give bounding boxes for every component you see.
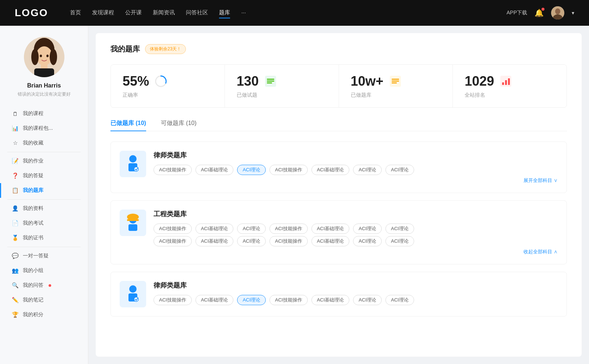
nav-home[interactable]: 首页 — [70, 8, 81, 18]
tag-3-5[interactable]: ACI基础理论 — [311, 295, 350, 305]
tag-2-5[interactable]: ACI基础理论 — [311, 224, 350, 234]
tag-3-3[interactable]: ACI理论 — [237, 295, 266, 305]
stat-done-banks-label: 已做题库 — [351, 92, 441, 99]
stats-row: 55% 正确率 130 — [110, 64, 567, 108]
stat-site-rank-label: 全站排名 — [465, 92, 555, 99]
page-header: 我的题库 体验剩余23天！ — [110, 44, 567, 54]
nav-more[interactable]: ··· — [241, 8, 246, 18]
sidebar-item-my-courses[interactable]: 🗒 我的课程 — [0, 106, 88, 121]
sidebar-item-points[interactable]: 🏆 我的积分 — [0, 307, 88, 322]
svg-rect-17 — [267, 82, 272, 83]
sidebar-item-homework[interactable]: 📝 我的作业 — [0, 154, 88, 168]
qbank-icon-lawyer-2 — [120, 281, 146, 307]
stat-done-questions-value: 130 — [237, 74, 259, 89]
tags-row-1: ACI技能操作 ACI基础理论 ACI理论 ACI技能操作 ACI基础理论 AC… — [154, 165, 558, 175]
tag-2-6[interactable]: ACI理论 — [353, 224, 382, 234]
tag-3-1[interactable]: ACI技能操作 — [154, 295, 192, 305]
tag-2b-1[interactable]: ACI技能操作 — [154, 236, 192, 246]
user-avatar[interactable] — [551, 6, 564, 19]
tag-3-2[interactable]: ACI基础理论 — [195, 295, 234, 305]
sidebar-item-exams[interactable]: 📄 我的考试 — [0, 216, 88, 231]
tag-2b-7[interactable]: ACI理论 — [385, 236, 414, 246]
sidebar-item-profile[interactable]: 👤 我的资料 — [0, 201, 88, 216]
tag-2b-3[interactable]: ACI理论 — [237, 236, 266, 246]
tag-2-2[interactable]: ACI基础理论 — [195, 224, 234, 234]
table-icon: 📋 — [12, 187, 18, 194]
tabs-row: 已做题库 (10) 可做题库 (10) — [110, 119, 567, 131]
collapse-btn-2[interactable]: 收起全部科目 ∧ — [154, 249, 558, 255]
sidebar-item-questionbank[interactable]: 📋 我的题库 — [0, 183, 88, 198]
tag-2-3[interactable]: ACI理论 — [237, 224, 266, 234]
tag-1-1[interactable]: ACI技能操作 — [154, 165, 192, 175]
svg-rect-9 — [34, 68, 54, 77]
sidebar-item-favorites[interactable]: ☆ 我的收藏 — [0, 136, 88, 150]
tag-2-4[interactable]: ACI技能操作 — [269, 224, 308, 234]
stat-accuracy: 55% 正确率 — [111, 65, 225, 107]
tag-2b-6[interactable]: ACI理论 — [353, 236, 382, 246]
tag-1-3[interactable]: ACI理论 — [237, 165, 266, 175]
sidebar-item-certificates[interactable]: 🏅 我的证书 — [0, 231, 88, 245]
sidebar-item-groups[interactable]: 👥 我的小组 — [0, 263, 88, 278]
group-icon: 👥 — [12, 267, 18, 274]
stat-done-questions-label: 已做试题 — [237, 92, 327, 99]
app-download-link[interactable]: APP下载 — [507, 10, 527, 16]
tag-1-2[interactable]: ACI基础理论 — [195, 165, 234, 175]
tag-1-5[interactable]: ACI基础理论 — [311, 165, 350, 175]
tab-available-banks[interactable]: 可做题库 (10) — [161, 119, 197, 131]
expand-btn-1[interactable]: 展开全部科目 ∨ — [154, 177, 558, 184]
sidebar-item-qa-answers[interactable]: ❓ 我的答疑 — [0, 168, 88, 183]
notification-bell[interactable]: 🔔 — [535, 8, 544, 17]
tag-2b-5[interactable]: ACI基础理论 — [311, 236, 350, 246]
nav-open-course[interactable]: 公开课 — [125, 8, 142, 18]
tag-2-1[interactable]: ACI技能操作 — [154, 224, 192, 234]
sidebar-divider-1 — [7, 152, 81, 152]
page-layout: Brian Harris 错误的决定比没有决定要好 🗒 我的课程 📊 我的课程包… — [0, 26, 589, 364]
nav-questionbank[interactable]: 题库 — [219, 8, 230, 18]
nav-qa[interactable]: 问答社区 — [186, 8, 208, 18]
tag-2b-2[interactable]: ACI基础理论 — [195, 236, 234, 246]
tag-2b-4[interactable]: ACI技能操作 — [269, 236, 308, 246]
tag-3-7[interactable]: ACI理论 — [385, 295, 414, 305]
chat-icon: 💬 — [12, 253, 18, 259]
nav-news[interactable]: 新闻资讯 — [153, 8, 175, 18]
svg-rect-19 — [392, 79, 399, 80]
nav-discover[interactable]: 发现课程 — [92, 8, 114, 18]
profile-motto: 错误的决定比没有决定要好 — [12, 91, 77, 97]
person-icon: 👤 — [12, 205, 18, 212]
svg-rect-20 — [392, 81, 399, 82]
tag-1-7[interactable]: ACI理论 — [385, 165, 414, 175]
qbank-icon-lawyer — [120, 151, 146, 177]
sidebar-menu: 🗒 我的课程 📊 我的课程包... ☆ 我的收藏 📝 我的作业 ❓ 我的答疑 � — [0, 106, 88, 322]
qbank-info-3: 律师类题库 ACI技能操作 ACI基础理论 ACI理论 ACI技能操作 ACI基… — [154, 281, 558, 307]
stat-accuracy-label: 正确率 — [123, 92, 213, 99]
stat-site-rank-value: 1029 — [465, 74, 494, 89]
tag-2-7[interactable]: ACI理论 — [385, 224, 414, 234]
svg-rect-15 — [267, 79, 274, 80]
cert-icon: 🏅 — [12, 235, 18, 241]
qbank-section-engineer: 工程类题库 ACI技能操作 ACI基础理论 ACI理论 ACI技能操作 ACI基… — [110, 200, 567, 264]
tab-done-banks[interactable]: 已做题库 (10) — [110, 119, 146, 131]
star-icon: ☆ — [12, 140, 18, 146]
avatar — [24, 37, 64, 77]
qbank-header-3: 律师类题库 ACI技能操作 ACI基础理论 ACI理论 ACI技能操作 ACI基… — [120, 281, 558, 307]
qa-icon: 🔍 — [12, 282, 18, 289]
qbank-header-2: 工程类题库 ACI技能操作 ACI基础理论 ACI理论 ACI技能操作 ACI基… — [120, 210, 558, 255]
doc-icon: 🗒 — [12, 111, 18, 117]
tag-3-4[interactable]: ACI技能操作 — [269, 295, 308, 305]
stat-done-questions-top: 130 — [237, 74, 327, 89]
sidebar-item-notes[interactable]: ✏️ 我的笔记 — [0, 293, 88, 307]
svg-point-33 — [129, 285, 137, 293]
tags-row-2a: ACI技能操作 ACI基础理论 ACI理论 ACI技能操作 ACI基础理论 AC… — [154, 224, 558, 234]
sidebar-item-my-qa[interactable]: 🔍 我的问答 — [0, 278, 88, 293]
sidebar-item-course-packages[interactable]: 📊 我的课程包... — [0, 121, 88, 136]
sidebar-item-one-on-one[interactable]: 💬 一对一答疑 — [0, 249, 88, 263]
tag-1-6[interactable]: ACI理论 — [353, 165, 382, 175]
tag-3-6[interactable]: ACI理论 — [353, 295, 382, 305]
user-dropdown-arrow[interactable]: ▾ — [572, 10, 574, 16]
stat-done-banks-value: 10w+ — [351, 74, 384, 89]
tag-1-4[interactable]: ACI技能操作 — [269, 165, 308, 175]
tags-row-2b: ACI技能操作 ACI基础理论 ACI理论 ACI技能操作 ACI基础理论 AC… — [154, 236, 558, 246]
svg-rect-32 — [128, 224, 137, 231]
qbank-name-2: 工程类题库 — [154, 210, 558, 218]
chart-icon: 📊 — [12, 125, 18, 132]
